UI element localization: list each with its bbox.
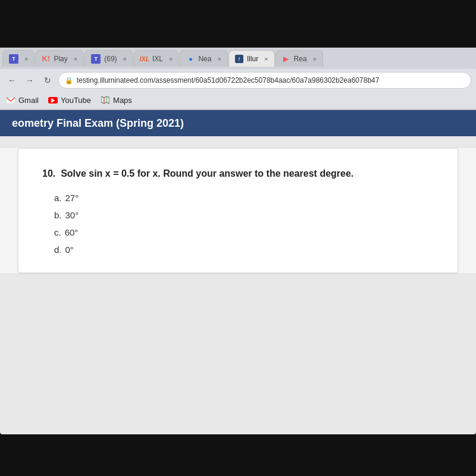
tab-teams1[interactable]: T × bbox=[2, 50, 35, 67]
option-c-value: 60° bbox=[65, 227, 79, 237]
illum-icon: I bbox=[235, 55, 243, 63]
tab-close-teams2[interactable]: × bbox=[123, 55, 127, 62]
tab-ixl-label: IXL bbox=[152, 55, 163, 63]
tab-nea[interactable]: ● Nea × bbox=[180, 50, 227, 67]
youtube-icon bbox=[48, 96, 58, 105]
ixl-icon: IXL bbox=[140, 55, 149, 63]
option-d-value: 0° bbox=[65, 245, 74, 255]
tab-ixl[interactable]: IXL IXL × bbox=[134, 50, 179, 67]
svg-marker-1 bbox=[101, 96, 109, 104]
rea-icon: ▶ bbox=[282, 55, 290, 63]
tab-play-label: Play bbox=[54, 55, 67, 63]
tab-close-nea[interactable]: × bbox=[217, 55, 221, 62]
tab-nea-label: Nea bbox=[198, 55, 211, 63]
bookmark-gmail-label: Gmail bbox=[18, 96, 39, 105]
tab-close-illum[interactable]: × bbox=[264, 55, 268, 62]
tab-bar: T × K! Play × T (69) × IXL IXL × bbox=[0, 48, 476, 69]
option-d-letter: d. bbox=[54, 245, 62, 255]
nea-icon: ● bbox=[186, 55, 195, 63]
maps-icon bbox=[101, 96, 110, 105]
option-a-letter: a. bbox=[54, 193, 62, 203]
page-title: eometry Final Exam (Spring 2021) bbox=[12, 117, 184, 130]
option-c[interactable]: c. 60° bbox=[54, 227, 434, 237]
question-body: Solve sin x = 0.5 for x. Round your answ… bbox=[61, 168, 353, 178]
answer-options: a. 27° b. 30° c. 60° d. 0° bbox=[42, 193, 434, 255]
bookmark-maps-label: Maps bbox=[113, 96, 132, 105]
tab-close-ixl[interactable]: × bbox=[169, 55, 173, 62]
bookmark-youtube[interactable]: YouTube bbox=[48, 96, 91, 105]
address-text: testing.illuminateed.com/assessment/60a5… bbox=[77, 76, 379, 84]
bookmark-gmail[interactable]: Gmail bbox=[6, 96, 39, 105]
tab-play[interactable]: K! Play × bbox=[35, 50, 84, 67]
bottom-black-bar bbox=[0, 434, 476, 476]
bookmark-youtube-label: YouTube bbox=[61, 96, 91, 105]
forward-button[interactable]: → bbox=[23, 73, 37, 87]
option-b-value: 30° bbox=[65, 210, 79, 220]
bookmark-maps[interactable]: Maps bbox=[101, 96, 132, 105]
tab-close-rea[interactable]: × bbox=[313, 55, 317, 62]
tab-teams2[interactable]: T (69) × bbox=[84, 50, 133, 67]
page-header-banner: eometry Final Exam (Spring 2021) bbox=[0, 110, 476, 136]
browser-window: T × K! Play × T (69) × IXL IXL × bbox=[0, 48, 476, 434]
tab-rea-label: Rea bbox=[294, 55, 307, 63]
address-field[interactable]: 🔒 testing.illuminateed.com/assessment/60… bbox=[58, 72, 471, 89]
question-number: 10. bbox=[42, 168, 55, 178]
tab-close[interactable]: × bbox=[24, 55, 28, 62]
top-black-bar bbox=[0, 0, 476, 48]
option-b[interactable]: b. 30° bbox=[54, 210, 434, 220]
lock-icon: 🔒 bbox=[65, 77, 73, 84]
back-button[interactable]: ← bbox=[5, 73, 19, 87]
teams-icon2: T bbox=[91, 54, 101, 64]
address-bar-row: ← → ↻ 🔒 testing.illuminateed.com/assessm… bbox=[0, 69, 476, 92]
browser-chrome: T × K! Play × T (69) × IXL IXL × bbox=[0, 48, 476, 110]
option-c-letter: c. bbox=[54, 227, 61, 237]
k-icon: K! bbox=[42, 55, 50, 63]
option-a[interactable]: a. 27° bbox=[54, 193, 434, 203]
tab-rea[interactable]: ▶ Rea × bbox=[275, 50, 323, 67]
bookmarks-bar: Gmail YouTube Maps bbox=[0, 92, 476, 109]
tab-illum[interactable]: I Illur × bbox=[228, 50, 275, 67]
option-b-letter: b. bbox=[54, 210, 62, 220]
option-a-value: 27° bbox=[65, 193, 79, 203]
question-container: 10. Solve sin x = 0.5 for x. Round your … bbox=[18, 148, 458, 273]
tab-close-play[interactable]: × bbox=[74, 55, 77, 62]
reload-button[interactable]: ↻ bbox=[40, 73, 55, 87]
tab-teams2-label: (69) bbox=[104, 55, 117, 63]
teams-icon: T bbox=[9, 54, 18, 64]
option-d[interactable]: d. 0° bbox=[54, 245, 434, 255]
question-text: 10. Solve sin x = 0.5 for x. Round your … bbox=[42, 167, 434, 181]
page-content: 10. Solve sin x = 0.5 for x. Round your … bbox=[0, 148, 476, 273]
gmail-icon bbox=[6, 96, 15, 105]
tab-illum-label: Illur bbox=[247, 55, 258, 63]
